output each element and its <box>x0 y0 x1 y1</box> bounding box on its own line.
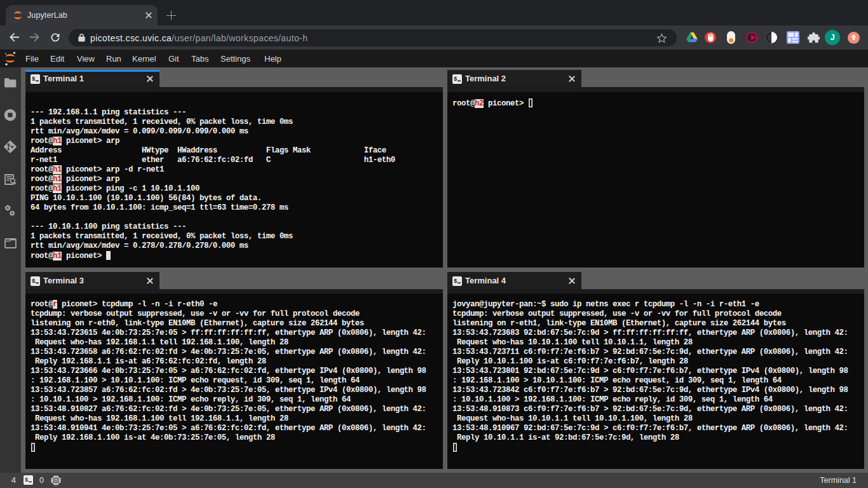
svg-text:$: $ <box>32 76 36 83</box>
svg-text:$: $ <box>25 477 29 484</box>
svg-text:$: $ <box>32 278 36 285</box>
svg-text:$: $ <box>454 278 458 285</box>
svg-text:$: $ <box>454 76 458 83</box>
